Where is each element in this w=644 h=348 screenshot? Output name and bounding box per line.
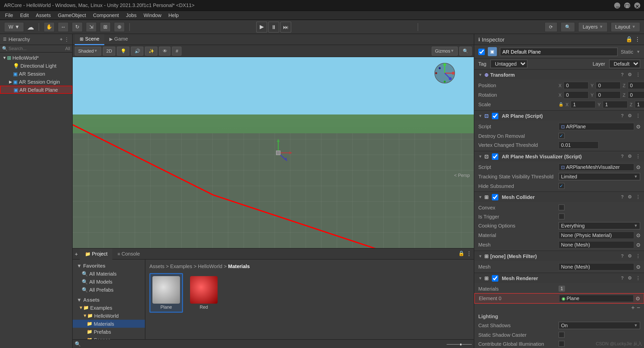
grid-button[interactable]: # [172, 46, 182, 55]
lock-icon[interactable]: 🔒 [458, 251, 464, 257]
hierarchy-menu-icon[interactable]: ⋮ [64, 37, 69, 42]
ar-plane-enable-checkbox[interactable] [492, 112, 498, 119]
ar-mesh-help[interactable]: ? [621, 154, 624, 159]
filter-mesh-pick[interactable]: ⊙ [636, 264, 640, 270]
move-tool[interactable]: ↔ [58, 22, 69, 32]
mesh-filter-settings[interactable]: ⚙ [628, 254, 632, 259]
layout-button[interactable]: Layout ▼ [611, 22, 640, 32]
transform-more-icon[interactable]: ⋮ [636, 72, 640, 77]
rotate-tool[interactable]: ↻ [72, 22, 83, 32]
mesh-collider-settings[interactable]: ⚙ [628, 194, 632, 199]
search-project-icon[interactable]: 🔍 [75, 341, 81, 347]
scale-z-input[interactable] [634, 101, 644, 108]
mesh-renderer-more[interactable]: ⋮ [636, 276, 640, 281]
ar-mesh-pick-icon[interactable]: ⊙ [636, 164, 640, 170]
ar-mesh-settings[interactable]: ⚙ [628, 154, 632, 159]
all-models-item[interactable]: 🔍 All Models [73, 278, 145, 286]
cooking-options-dropdown[interactable]: Everything ▼ [559, 222, 640, 229]
tab-scene[interactable]: ⊞ Scene [75, 34, 104, 45]
hierarchy-add-icon[interactable]: + [60, 37, 63, 42]
mesh-filter-help[interactable]: ? [621, 254, 624, 259]
ar-plane-settings-icon[interactable]: ⚙ [628, 113, 632, 118]
lighting-button[interactable]: 💡 [117, 46, 130, 55]
menu-file[interactable]: File [2, 12, 16, 19]
rotation-x-input[interactable] [564, 91, 589, 99]
mesh-renderer-help[interactable]: ? [621, 276, 624, 281]
menu-assets[interactable]: Assets [33, 12, 54, 19]
menu-help[interactable]: Help [165, 12, 182, 19]
tree-item-directional-light[interactable]: 💡 Directional Light [0, 62, 72, 70]
breadcrumb-assets[interactable]: Assets [149, 264, 164, 269]
layers-button[interactable]: Layers ▼ [578, 22, 608, 32]
add-icon[interactable]: + [75, 251, 78, 257]
ar-plane-mesh-header[interactable]: ▼ ⊡ AR Plane Mesh Visualizer (Script) ? … [474, 151, 644, 161]
collider-material-pick[interactable]: ⊙ [636, 233, 640, 238]
hide-subsumed-checkbox[interactable] [559, 183, 565, 189]
audio-button[interactable]: 🔊 [131, 46, 144, 55]
minimize-button[interactable]: － [614, 2, 620, 8]
rect-tool[interactable]: ⊞ [100, 22, 111, 32]
tree-item-ar-session[interactable]: ▣ AR Session [0, 70, 72, 78]
maximize-button[interactable]: □ [624, 2, 630, 8]
mesh-collider-header[interactable]: ▼ ⊞ Mesh Collider ? ⚙ ⋮ [474, 192, 644, 202]
hierarchy-search-input[interactable] [9, 46, 64, 51]
pause-button[interactable]: ⏸ [268, 21, 279, 32]
tree-item-ar-default-plane[interactable]: ▣ AR Default Plane [0, 86, 72, 94]
rotation-y-input[interactable] [596, 91, 621, 99]
ar-mesh-script-ref[interactable]: ⊡ ARPlaneMeshVisualizer [559, 163, 634, 171]
2d-button[interactable]: 2D [103, 46, 116, 55]
ar-mesh-enable-checkbox[interactable] [492, 153, 498, 160]
transform-help-icon[interactable]: ? [621, 72, 624, 77]
fx-button[interactable]: ✨ [145, 46, 158, 55]
menu-edit[interactable]: Edit [17, 12, 32, 19]
all-prefabs-item[interactable]: 🔍 All Prefabs [73, 286, 145, 294]
element0-ref[interactable]: ◉ Plane [559, 295, 634, 302]
menu-jobs[interactable]: Jobs [123, 12, 139, 19]
ar-plane-more-icon[interactable]: ⋮ [636, 113, 640, 118]
filter-mesh-ref[interactable]: None (Mesh) [559, 263, 634, 271]
zoom-slider[interactable]: ────●─── [447, 341, 472, 346]
tree-item-helloworld[interactable]: ▼ ⊞ HelloWorld* [0, 54, 72, 62]
shaded-button[interactable]: Shaded ▼ [75, 46, 101, 55]
scene-visibility-button[interactable]: 👁 [159, 46, 171, 55]
mesh-renderer-header[interactable]: ▼ ⊞ Mesh Renderer ? ⚙ ⋮ [474, 273, 644, 283]
mesh-renderer-settings[interactable]: ⚙ [628, 276, 632, 281]
position-x-input[interactable] [564, 82, 589, 89]
panel-menu-icon[interactable]: ⋮ [466, 251, 472, 257]
tab-project[interactable]: 📁 Project [80, 248, 113, 259]
layer-select[interactable]: Default [609, 60, 640, 68]
mesh-filter-header[interactable]: ▼ ⊞ [none] (Mesh Filter) ? ⚙ ⋮ [474, 251, 644, 261]
gizmos-button[interactable]: Gizmos ▼ [431, 46, 458, 55]
asset-plane[interactable]: Plane [149, 273, 183, 313]
rotation-z-input[interactable] [627, 91, 644, 99]
mesh-collider-more[interactable]: ⋮ [636, 194, 640, 199]
contribute-gi-checkbox[interactable] [559, 341, 565, 347]
transform-header[interactable]: ▼ ⊕ Transform ? ⚙ ⋮ [474, 70, 644, 80]
scale-tool[interactable]: ⇲ [86, 22, 97, 32]
collider-mesh-ref[interactable]: None (Mesh) [559, 241, 634, 249]
add-material-button[interactable]: + [631, 304, 635, 311]
scenes-folder[interactable]: 📁 Scenes [73, 336, 145, 339]
play-button[interactable]: ▶ [256, 21, 267, 32]
menu-gameobject[interactable]: GameObject [55, 12, 89, 19]
transform-settings-icon[interactable]: ⚙ [628, 72, 632, 77]
tag-select[interactable]: Untagged [490, 60, 527, 68]
ar-plane-script-header[interactable]: ▼ ⊡ AR Plane (Script) ? ⚙ ⋮ [474, 111, 644, 121]
step-button[interactable]: ⏭ [280, 21, 291, 32]
hand-tool[interactable]: ✋ [44, 22, 55, 32]
breadcrumb-examples[interactable]: Examples [170, 264, 192, 269]
helloworld-folder[interactable]: ▼📁 HelloWorld [73, 312, 145, 320]
scene-viewport[interactable]: < Persp [73, 57, 474, 248]
element0-pick[interactable]: ⊙ [636, 296, 640, 301]
inspector-lock-icon[interactable]: 🔒 [626, 36, 633, 43]
destroy-checkbox[interactable] [559, 133, 565, 139]
mesh-renderer-enable-checkbox[interactable] [492, 275, 498, 281]
collab-button[interactable]: ⟳ [544, 22, 558, 32]
static-arrow[interactable]: ▼ [636, 49, 640, 54]
asset-red[interactable]: Red [187, 273, 221, 313]
position-z-input[interactable] [627, 82, 644, 89]
inspector-menu-icon[interactable]: ⋮ [635, 36, 640, 43]
menu-component[interactable]: Component [90, 12, 122, 19]
gameobject-name-input[interactable] [500, 47, 618, 56]
mesh-filter-more[interactable]: ⋮ [636, 254, 640, 259]
